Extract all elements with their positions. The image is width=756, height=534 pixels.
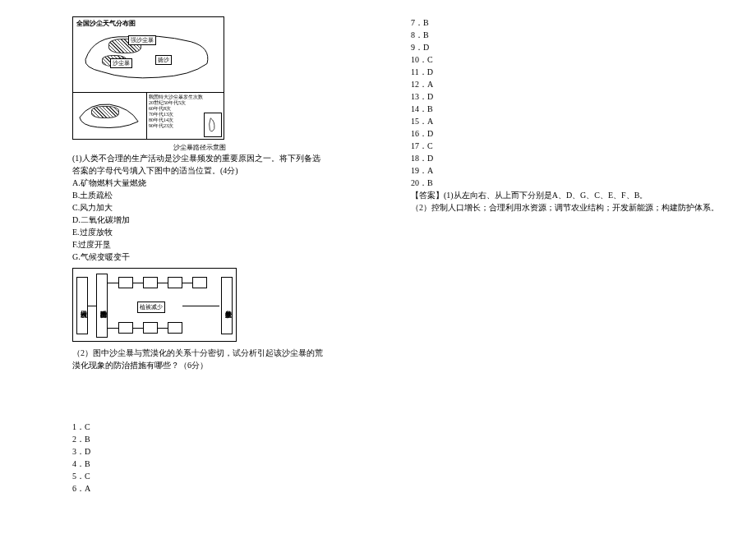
arrow-3 bbox=[133, 283, 143, 283]
final-answer-label: 【答案】 bbox=[411, 191, 444, 200]
label-strong-sandstorm: 强沙尘暴 bbox=[128, 35, 156, 45]
china-outline: 强沙尘暴 沙尘暴 扬沙 bbox=[77, 27, 219, 88]
answer-13: 13．D bbox=[411, 90, 723, 103]
legend-row-1: 60年代8次 bbox=[149, 106, 222, 112]
flow-empty-7 bbox=[168, 322, 182, 334]
arrow-1 bbox=[88, 306, 96, 306]
flow-right: 沙尘暴频繁发生 bbox=[221, 277, 233, 334]
choice-E: E.过度放牧 bbox=[72, 226, 327, 238]
answer-5: 5．C bbox=[72, 470, 327, 482]
answer-8: 8．B bbox=[411, 29, 723, 41]
answer-20: 20．B bbox=[411, 177, 723, 189]
arrow-7 bbox=[133, 328, 143, 329]
flow-mid: 植被减少 bbox=[137, 302, 165, 313]
arrow-9 bbox=[182, 306, 219, 306]
answer-7: 7．B bbox=[411, 16, 723, 29]
flow-left-2: 人类不合理的生产活动 bbox=[96, 274, 108, 338]
answer-2: 2．B bbox=[72, 433, 327, 445]
answer-12: 12．A bbox=[411, 78, 723, 90]
legend-row-0: 20世纪50年代5次 bbox=[149, 100, 222, 106]
question-2-text: （2）图中沙尘暴与荒漠化的关系十分密切，试分析引起该沙尘暴的荒漠化现象的防治措施… bbox=[72, 347, 327, 371]
flow-empty-5 bbox=[118, 322, 133, 334]
map-upper-panel: 全国沙尘天气分布图 强沙尘暴 沙尘暴 扬沙 bbox=[73, 17, 224, 93]
arrow-4 bbox=[158, 283, 168, 283]
choice-B: B.土质疏松 bbox=[72, 189, 327, 201]
question-1-text: (1)人类不合理的生产活动是沙尘暴频发的重要原因之一。将下列备选答案的字母代号填… bbox=[72, 152, 327, 177]
choice-A: A.矿物燃料大量燃烧 bbox=[72, 177, 327, 189]
choice-C: C.风力加大 bbox=[72, 201, 327, 214]
final-answer-part1: (1)从左向右、从上而下分别是A、D、G、C、E、F、B。 bbox=[444, 191, 648, 200]
flow-empty-4 bbox=[192, 277, 207, 288]
answer-1: 1．C bbox=[72, 421, 327, 433]
island-inset bbox=[204, 113, 222, 137]
flow-empty-3 bbox=[168, 277, 182, 288]
answer-11: 11．D bbox=[411, 66, 723, 78]
final-answer-part2: （2）控制人口增长；合理利用水资源；调节农业结构；开发新能源；构建防护体系。 bbox=[411, 201, 723, 214]
answer-9: 9．D bbox=[411, 41, 723, 53]
flow-left-1: 人口增长过快 bbox=[76, 277, 88, 334]
map-lower-panel: 我国特大沙尘暴发生次数 20世纪50年代5次 60年代8次 70年代13次 80… bbox=[73, 93, 224, 139]
choice-D: D.二氧化碳增加 bbox=[72, 214, 327, 226]
answer-17: 17．C bbox=[411, 140, 723, 152]
answer-6: 6．A bbox=[72, 482, 327, 495]
answer-19: 19．A bbox=[411, 164, 723, 177]
arrow-2 bbox=[108, 283, 118, 283]
answer-14: 14．B bbox=[411, 103, 723, 115]
answer-15: 15．A bbox=[411, 115, 723, 127]
answer-3: 3．D bbox=[72, 445, 327, 458]
arrow-5 bbox=[182, 283, 192, 283]
arrow-6 bbox=[108, 328, 118, 329]
flow-empty-1 bbox=[118, 277, 133, 288]
choice-G: G.气候变暖变干 bbox=[72, 251, 327, 263]
answer-10: 10．C bbox=[411, 53, 723, 66]
choice-F: F.过度开垦 bbox=[72, 238, 327, 251]
final-answer-line1: 【答案】(1)从左向右、从上而下分别是A、D、G、C、E、F、B。 bbox=[411, 189, 723, 201]
legend-title: 我国特大沙尘暴发生次数 bbox=[149, 94, 222, 100]
map-caption: 沙尘暴路径示意图 bbox=[72, 143, 327, 152]
path-hatched bbox=[91, 106, 119, 118]
island-svg bbox=[205, 113, 221, 136]
answer-4: 4．B bbox=[72, 458, 327, 470]
arrow-8 bbox=[158, 328, 168, 329]
flow-empty-2 bbox=[143, 277, 158, 288]
map-figure: 全国沙尘天气分布图 强沙尘暴 沙尘暴 扬沙 我国特大沙尘暴发生次数 bbox=[72, 16, 224, 140]
map-path-panel bbox=[73, 93, 147, 139]
flow-diagram: 人口增长过快 人类不合理的生产活动 植被减少 沙尘暴频繁发生 bbox=[72, 268, 237, 342]
answer-16: 16．D bbox=[411, 127, 723, 140]
flow-empty-6 bbox=[143, 322, 158, 334]
label-sandstorm: 沙尘暴 bbox=[110, 58, 132, 68]
answer-18: 18．D bbox=[411, 152, 723, 164]
label-dust: 扬沙 bbox=[155, 55, 172, 65]
